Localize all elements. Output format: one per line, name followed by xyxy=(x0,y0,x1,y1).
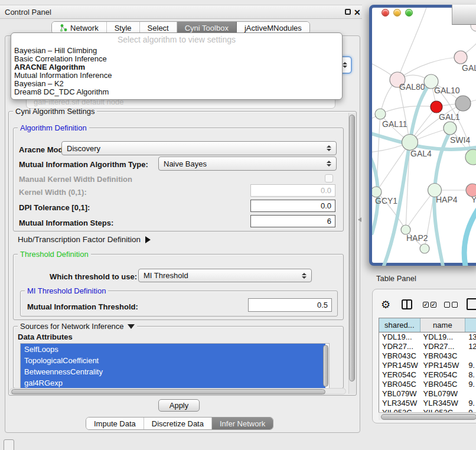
node-label: Y xyxy=(471,195,476,204)
stepper-arrows-icon xyxy=(327,145,331,151)
float-window-icon[interactable] xyxy=(345,9,351,15)
deselect-all-columns-icon[interactable] xyxy=(444,302,458,308)
settings-vscrollbar-thumb[interactable] xyxy=(349,115,355,381)
stepper-arrows-icon xyxy=(302,273,307,279)
popup-item[interactable]: Basic Correlation Inference xyxy=(11,55,342,63)
gear-icon[interactable]: ⚙ xyxy=(381,299,390,310)
column-header-name[interactable]: name xyxy=(420,318,466,332)
tab-discretize-data[interactable]: Discretize Data xyxy=(144,418,212,429)
node-gal4[interactable] xyxy=(402,135,418,151)
select-all-columns-icon[interactable]: ✓ ✓ xyxy=(423,302,436,308)
sources-group-title: Sources for Network Inference xyxy=(20,322,124,331)
mi-threshold-input[interactable]: 0.5 xyxy=(248,298,332,312)
splitter-collapse-icon[interactable] xyxy=(358,217,361,222)
popup-item[interactable]: Bayesian – Hill Climbing xyxy=(11,47,342,55)
node-label: GAL xyxy=(462,63,476,73)
expand-right-icon xyxy=(145,236,151,243)
column-header-cut[interactable] xyxy=(465,318,476,332)
settings-hscrollbar-track[interactable] xyxy=(9,388,346,394)
aracne-mode-select[interactable]: Discovery xyxy=(61,141,337,155)
algorithm-dropdown-popup: Select algorithm to view settings Bayesi… xyxy=(11,32,343,100)
node-label: GAL10 xyxy=(434,86,460,95)
popup-item[interactable]: Dream8 DC_TDC Algorithm xyxy=(11,88,342,96)
dpi-tolerance-label: DPI Tolerance [0,1]: xyxy=(19,203,90,212)
tab-select[interactable]: Select xyxy=(140,22,177,34)
tab-infer-network[interactable]: Infer Network xyxy=(212,418,273,429)
stepper-arrows-icon xyxy=(327,161,331,167)
list-item[interactable]: SelfLoops xyxy=(21,344,325,355)
screenshot-root: Control Panel ✕ Network Style Select Cyn… xyxy=(0,0,476,450)
table-row[interactable]: YBL079WYBL079W xyxy=(379,389,476,399)
kernel-width-input[interactable]: 0.0 xyxy=(250,184,335,197)
control-panel-titlebar: Control Panel xyxy=(0,5,362,19)
cyni-bottom-tabbar: Impute Data Discretize Data Infer Networ… xyxy=(86,417,273,430)
which-threshold-label: Which threshold to use: xyxy=(50,272,137,281)
node-label: GAL1 xyxy=(439,112,460,122)
popup-item[interactable]: Bayesian – K2 xyxy=(11,80,342,88)
node-table: shared... name YDL19...YDL19...13 YDR27.… xyxy=(379,318,476,413)
node-label: GCY1 xyxy=(375,196,397,206)
mi-type-select[interactable]: Naive Bayes xyxy=(158,156,337,171)
list-item[interactable]: TopologicalCoefficient xyxy=(21,355,325,366)
tab-cyni-toolbox[interactable]: Cyni Toolbox xyxy=(177,22,237,34)
table-row[interactable]: YLR345WYLR345W9. xyxy=(379,399,476,408)
manual-kernel-label: Manual Kernel Width Definition xyxy=(19,175,132,184)
node-bottom[interactable] xyxy=(420,244,429,253)
table-row[interactable]: YDL19...YDL19...13 xyxy=(379,332,476,342)
tab-impute-data[interactable]: Impute Data xyxy=(86,418,144,429)
background-window-titlebar xyxy=(452,5,476,25)
dpi-tolerance-input[interactable]: 0.0 xyxy=(250,200,335,212)
popup-item-selected[interactable]: ARACNE Algorithm xyxy=(11,63,342,71)
popup-item[interactable]: Mutual Information Inference xyxy=(11,71,342,80)
table-hscrollbar-thumb[interactable] xyxy=(381,414,476,420)
table-hscrollbar-track[interactable] xyxy=(379,412,476,420)
tab-network[interactable]: Network xyxy=(52,22,107,34)
network-canvas[interactable]: GAL80 GAL10 GAL11 GAL1 SWI4 GAL4 GCY1 HA… xyxy=(372,8,476,266)
network-edge-cyan[interactable] xyxy=(464,210,476,266)
threshold-definition-title: Threshold Definition xyxy=(18,250,91,259)
mi-type-label: Mutual Information Algorithm Type: xyxy=(19,160,148,169)
node-right-green[interactable] xyxy=(465,149,476,165)
collapse-down-icon xyxy=(128,324,135,329)
table-header-row: shared... name xyxy=(379,318,476,332)
attributes-vscrollbar-thumb[interactable] xyxy=(323,345,328,387)
column-header-shared[interactable]: shared... xyxy=(379,318,420,332)
node-label: HAP4 xyxy=(436,195,458,204)
node-label: GAL4 xyxy=(410,149,432,158)
node-gal-top[interactable] xyxy=(454,51,467,64)
node-red[interactable] xyxy=(431,101,442,113)
table-row[interactable]: YDR27...YDR27...12 xyxy=(379,342,476,351)
settings-hscrollbar-thumb[interactable] xyxy=(11,389,325,394)
list-item[interactable]: BetweennessCentrality xyxy=(21,366,325,377)
list-item[interactable]: gal4RGexp xyxy=(21,377,325,389)
algorithm-definition-title: Algorithm Definition xyxy=(18,123,89,132)
table-row[interactable]: YPR145WYPR145W9. xyxy=(379,361,476,370)
hub-section-label: Hub/Transcription Factor Definition xyxy=(18,235,141,244)
node-gal1[interactable] xyxy=(444,122,457,135)
tab-jactivemnodules[interactable]: jActiveMNodules xyxy=(237,22,309,34)
node-label: SWI4 xyxy=(450,135,470,145)
which-threshold-select[interactable]: MI Threshold xyxy=(138,269,312,282)
node-gray[interactable] xyxy=(455,96,471,111)
mi-steps-input[interactable]: 6 xyxy=(250,215,335,227)
popup-placeholder: Select algorithm to view settings xyxy=(11,33,342,44)
network-icon xyxy=(60,24,67,32)
stepper-arrows-icon xyxy=(343,62,347,68)
tab-style[interactable]: Style xyxy=(107,22,140,34)
mi-steps-label: Mutual Information Steps: xyxy=(19,219,113,227)
mini-button[interactable] xyxy=(4,439,14,450)
table-row[interactable]: YER054CYER054C8. xyxy=(379,370,476,380)
close-icon[interactable]: ✕ xyxy=(354,8,361,17)
manual-kernel-checkbox[interactable] xyxy=(325,174,333,182)
table-row[interactable]: YBR043CYBR043C xyxy=(379,351,476,361)
hub-section-toggle[interactable]: Hub/Transcription Factor Definition xyxy=(18,235,151,244)
new-table-icon[interactable] xyxy=(467,298,476,310)
table-row[interactable]: YBR045CYBR045C9. xyxy=(379,380,476,389)
apply-button[interactable]: Apply xyxy=(158,399,200,412)
data-attributes-label: Data Attributes xyxy=(18,332,73,341)
node-gal11[interactable] xyxy=(375,109,386,119)
mi-threshold-group-title: MI Threshold Definition xyxy=(25,286,108,295)
sources-group-header[interactable]: Sources for Network Inference xyxy=(18,322,137,331)
data-attributes-list: SelfLoops TopologicalCoefficient Between… xyxy=(20,343,330,389)
split-columns-icon[interactable] xyxy=(402,299,412,309)
